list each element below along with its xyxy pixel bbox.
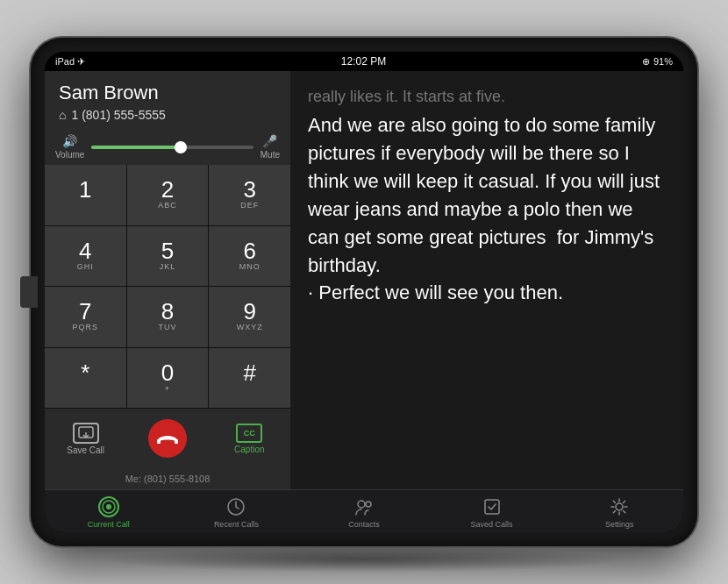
- key-6[interactable]: 6 MNO: [209, 226, 290, 287]
- key-3[interactable]: 3 DEF: [209, 165, 290, 225]
- volume-slider-container[interactable]: [91, 146, 253, 149]
- nav-saved-calls[interactable]: Saved Calls: [428, 495, 556, 529]
- contact-number: ⌂ 1 (801) 555-5555: [59, 108, 276, 122]
- saved-calls-icon: [481, 495, 503, 518]
- key-5[interactable]: 5 JKL: [127, 226, 209, 287]
- main-content: Sam Brown ⌂ 1 (801) 555-5555 🔊 Volume: [45, 71, 683, 489]
- caption-label: Caption: [234, 445, 264, 454]
- mute-icon: 🎤: [262, 134, 277, 148]
- hang-up-icon: [148, 419, 187, 458]
- status-bar-time: 12:02 PM: [341, 55, 386, 68]
- keypad: 1 2 ABC 3 DEF 4 GHI: [45, 165, 290, 408]
- key-hash[interactable]: #: [209, 348, 290, 409]
- key-1[interactable]: 1: [45, 165, 126, 225]
- volume-icon: 🔊: [62, 134, 77, 148]
- nav-saved-calls-label: Saved Calls: [471, 520, 513, 529]
- tablet-screen: iPad ✈ 12:02 PM ⊕ 91% Sam Brown ⌂ 1 (801…: [45, 52, 683, 532]
- volume-fill: [91, 146, 180, 149]
- key-star[interactable]: *: [45, 348, 126, 409]
- volume-label: Volume: [55, 150, 84, 160]
- bottom-nav: Current Call Recent Calls: [45, 489, 683, 532]
- hang-up-button[interactable]: [126, 409, 208, 468]
- key-9[interactable]: 9 WXYZ: [209, 287, 290, 347]
- nav-contacts[interactable]: Contacts: [300, 495, 428, 529]
- save-call-icon: [73, 423, 99, 444]
- action-row: Save Call CC Caption: [45, 408, 290, 468]
- svg-rect-4: [157, 439, 161, 444]
- svg-point-13: [616, 503, 623, 510]
- nav-recent-calls-label: Recent Calls: [214, 520, 259, 529]
- svg-point-8: [106, 504, 111, 509]
- contact-name: Sam Brown: [59, 82, 276, 104]
- battery-level: 91%: [653, 56, 673, 67]
- svg-rect-12: [485, 500, 499, 514]
- key-2[interactable]: 2 ABC: [127, 165, 209, 225]
- contact-header: Sam Brown ⌂ 1 (801) 555-5555: [45, 71, 290, 129]
- status-bar: iPad ✈ 12:02 PM ⊕ 91%: [45, 52, 683, 71]
- save-call-button[interactable]: Save Call: [45, 409, 126, 468]
- tablet-device: iPad ✈ 12:02 PM ⊕ 91% Sam Brown ⌂ 1 (801…: [31, 38, 697, 546]
- caption-text: And we are also going to do some family …: [308, 111, 666, 307]
- nav-contacts-label: Contacts: [348, 520, 380, 529]
- nav-settings-label: Settings: [605, 520, 634, 529]
- status-bar-left: iPad ✈: [55, 56, 85, 68]
- key-4[interactable]: 4 GHI: [45, 226, 126, 287]
- contact-phone: 1 (801) 555-5555: [71, 108, 165, 122]
- volume-row: 🔊 Volume 🎤 Mute: [45, 129, 290, 165]
- volume-thumb: [175, 141, 187, 153]
- nav-recent-calls[interactable]: Recent Calls: [173, 495, 301, 529]
- key-7[interactable]: 7 PQRS: [45, 287, 126, 347]
- nav-current-call-label: Current Call: [88, 520, 130, 529]
- nav-settings[interactable]: Settings: [555, 495, 683, 529]
- key-0[interactable]: 0 +: [127, 348, 209, 409]
- contacts-icon: [353, 495, 375, 518]
- dialer-panel: Sam Brown ⌂ 1 (801) 555-5555 🔊 Volume: [45, 71, 290, 489]
- bluetooth-icon: ⊕: [642, 56, 650, 68]
- nav-current-call[interactable]: Current Call: [45, 495, 173, 529]
- svg-rect-5: [175, 439, 178, 444]
- key-8[interactable]: 8 TUV: [127, 287, 209, 347]
- settings-icon: [608, 495, 631, 518]
- status-bar-right: ⊕ 91%: [642, 56, 673, 68]
- home-button[interactable]: [20, 276, 38, 308]
- home-icon: ⌂: [59, 108, 66, 122]
- svg-point-10: [358, 501, 365, 508]
- svg-point-11: [366, 502, 371, 507]
- volume-slider[interactable]: [91, 146, 253, 149]
- caption-panel: really likes it. It starts at five. And …: [290, 71, 683, 489]
- mute-label: Mute: [261, 150, 280, 160]
- device-label: iPad ✈: [55, 56, 85, 68]
- caption-button[interactable]: CC Caption: [209, 409, 290, 468]
- current-call-icon: [97, 495, 120, 518]
- caption-icon: CC: [236, 424, 262, 443]
- save-call-label: Save Call: [67, 445, 104, 455]
- caption-text-faded: really likes it. It starts at five.: [308, 85, 666, 108]
- my-number: Me: (801) 555-8108: [45, 468, 290, 489]
- recent-calls-icon: [225, 495, 247, 518]
